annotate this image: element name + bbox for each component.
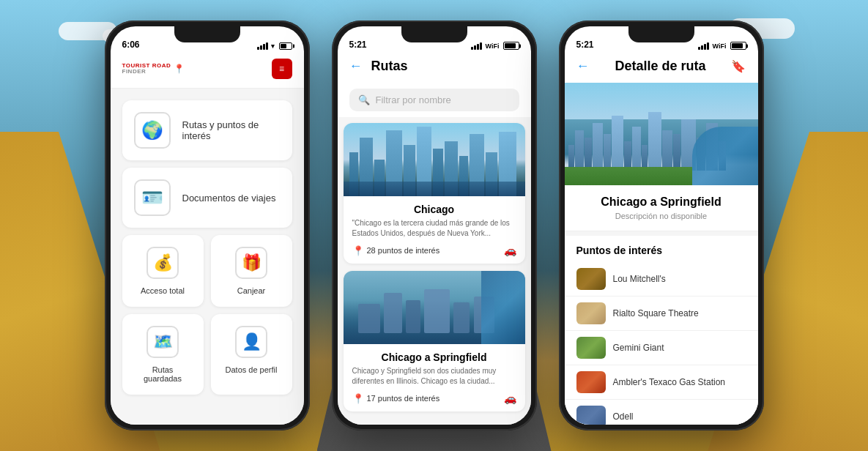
- chicago-desc: "Chicago es la tercera ciudad más grande…: [352, 218, 516, 239]
- back-button-2[interactable]: ←: [349, 59, 363, 74]
- globe-icon: 🌍: [134, 112, 171, 149]
- phones-container: 6:06 ▾: [0, 0, 868, 451]
- menu-canjear[interactable]: 🎁 Canjear: [211, 235, 292, 307]
- phone-3-notch: [628, 26, 694, 42]
- lake-michigan: [692, 127, 758, 185]
- signal-bar-4: [707, 42, 709, 50]
- logo-text: TOURIST ROAD FINDER: [122, 63, 171, 75]
- signal-bar-1: [698, 47, 700, 50]
- bld: [662, 130, 672, 171]
- poi-list: Lou Mitchell's Rialto Square Theatre Gem…: [565, 262, 758, 425]
- phone-3-status-icons: WiFi: [698, 42, 746, 50]
- passport-icon: 🪪: [134, 179, 171, 216]
- phone-2: 5:21 WiFi: [332, 20, 537, 430]
- water: [344, 182, 525, 196]
- poi-name-lou: Lou Mitchell's: [613, 274, 666, 284]
- aerial-building: [424, 289, 450, 333]
- gift-icon: 🎁: [235, 247, 267, 279]
- chicago-image: [344, 123, 525, 196]
- signal-bars: [257, 42, 268, 50]
- phone-1: 6:06 ▾: [105, 20, 310, 430]
- route-hero-image: [565, 83, 758, 185]
- signal-bar-2: [474, 45, 476, 50]
- phone-1-status-icons: ▾: [257, 42, 292, 50]
- battery-fill-2: [505, 43, 516, 48]
- poi-item-gemini[interactable]: Gemini Giant: [565, 331, 758, 365]
- logo-pin-icon: 📍: [174, 64, 185, 74]
- wifi-icon-3: WiFi: [713, 42, 727, 50]
- menu-acceso-label: Acceso total: [141, 286, 185, 295]
- battery-icon-2: [503, 42, 519, 50]
- phone-2-header: ← Rutas: [338, 53, 531, 83]
- search-input-container[interactable]: 🔍 Filtrar por nombre: [349, 89, 519, 111]
- bld: [575, 130, 584, 171]
- route-info-section: Chicago a Springfield Descripción no dis…: [565, 185, 758, 231]
- route-card-springfield[interactable]: Chicago a Springfield Chicago y Springfi…: [344, 271, 525, 411]
- battery-fill: [281, 44, 287, 48]
- menu-rutas[interactable]: 🌍 Rutas y puntos de interés: [122, 100, 292, 160]
- car-icon-2: 🚗: [504, 392, 516, 404]
- poi-name-gemini: Gemini Giant: [613, 343, 664, 353]
- route-main-desc: Descripción no disponible: [576, 212, 746, 220]
- aerial-building: [406, 300, 420, 333]
- route-card-chicago[interactable]: Chicago "Chicago es la tercera ciudad má…: [344, 123, 525, 264]
- bld: [612, 116, 623, 171]
- phone-2-content: ← Rutas 🔍 Filtrar por nombre: [338, 53, 531, 425]
- menu-icon-button[interactable]: ≡: [272, 59, 292, 79]
- phone-1-time: 6:06: [122, 40, 140, 50]
- chicago-points-text: 28 puntos de interés: [367, 246, 440, 255]
- poi-item-ambler[interactable]: Ambler's Texaco Gas Station: [565, 365, 758, 400]
- wifi-icon-2: WiFi: [486, 42, 500, 50]
- springfield-title: Chicago a Springfield: [352, 351, 516, 363]
- battery-icon-3: [730, 42, 746, 50]
- menu-rutas-label: Rutas y puntos de interés: [182, 119, 281, 141]
- wifi-icon: ▾: [271, 42, 275, 50]
- phone-2-time: 5:21: [349, 40, 367, 50]
- poi-section: Puntos de interés Lou Mitchell's Rialto …: [565, 236, 758, 425]
- signal-bar-4: [266, 42, 268, 50]
- phone-1-content: TOURIST ROAD FINDER 📍 ≡ 🌍 Rutas y puntos: [111, 53, 304, 425]
- phone-2-screen: 5:21 WiFi: [338, 26, 531, 425]
- bld: [673, 134, 680, 171]
- screen-title-3: Detalle de ruta: [615, 59, 705, 74]
- routes-list: Chicago "Chicago es la tercera ciudad má…: [338, 117, 531, 425]
- phone-2-notch: [401, 26, 467, 42]
- map-icon: 🗺️: [146, 326, 179, 358]
- phone-3-header: ← Detalle de ruta 🔖: [565, 53, 758, 83]
- chicago-points: 📍 28 puntos de interés: [352, 245, 440, 256]
- poi-item-odell[interactable]: Odell: [565, 400, 758, 425]
- menu-acceso[interactable]: 💰 Acceso total: [122, 235, 204, 307]
- chicago-card-body: Chicago "Chicago es la tercera ciudad má…: [344, 196, 525, 264]
- phone-1-notch: [174, 26, 240, 42]
- signal-bar-3: [477, 44, 479, 50]
- chicago-title: Chicago: [352, 204, 516, 215]
- car-icon-1: 🚗: [504, 245, 516, 256]
- phone-1-header: TOURIST ROAD FINDER 📍 ≡: [111, 53, 304, 89]
- poi-item-lou[interactable]: Lou Mitchell's: [565, 262, 758, 297]
- bookmark-icon[interactable]: 🔖: [731, 59, 746, 73]
- back-button-3[interactable]: ←: [576, 59, 590, 74]
- route-main-title: Chicago a Springfield: [576, 195, 746, 209]
- phone-3-content: ← Detalle de ruta 🔖: [565, 53, 758, 425]
- phone-1-screen: 6:06 ▾: [111, 26, 304, 425]
- poi-thumb-gemini: [576, 337, 606, 359]
- signal-bar-1: [257, 47, 259, 50]
- poi-name-ambler: Ambler's Texaco Gas Station: [613, 377, 725, 387]
- poi-thumb-rialto: [576, 302, 606, 324]
- bld: [604, 134, 611, 171]
- profile-icon: 👤: [235, 326, 267, 358]
- menu-guardadas[interactable]: 🗺️ Rutas guardadas: [122, 314, 204, 395]
- poi-item-rialto[interactable]: Rialto Square Theatre: [565, 297, 758, 331]
- app-logo: TOURIST ROAD FINDER 📍: [122, 63, 185, 75]
- springfield-meta: 📍 17 puntos de interés 🚗: [352, 392, 516, 404]
- pin-icon-2: 📍: [352, 393, 364, 404]
- phone-3-time: 5:21: [576, 40, 594, 50]
- signal-bar-3: [704, 44, 706, 50]
- menu-documentos[interactable]: 🪪 Documentos de viajes: [122, 168, 292, 228]
- springfield-card-body: Chicago a Springfield Chicago y Springfi…: [344, 344, 525, 411]
- menu-perfil[interactable]: 👤 Datos de perfil: [211, 314, 292, 395]
- signal-bars-2: [471, 42, 482, 50]
- search-placeholder: Filtrar por nombre: [376, 94, 451, 105]
- signal-bar-2: [701, 45, 703, 50]
- battery-tip-3: [746, 44, 748, 48]
